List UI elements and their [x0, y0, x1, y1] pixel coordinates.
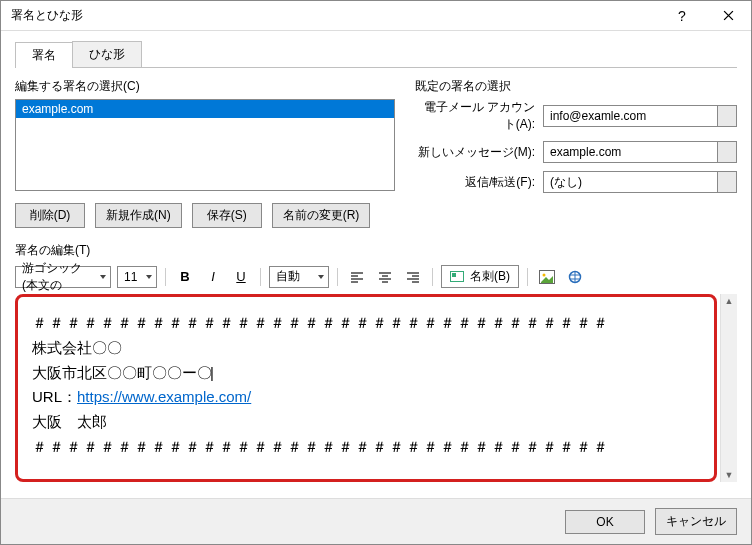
dialog-body: 署名 ひな形 編集する署名の選択(C) example.com 削除(D) 新規…	[1, 31, 751, 498]
address-line: 大阪市北区〇〇町〇〇ー〇	[32, 361, 700, 386]
dialog-footer: OK キャンセル	[1, 498, 751, 544]
underline-button[interactable]: U	[230, 266, 252, 288]
vertical-scrollbar[interactable]: ▲ ▼	[720, 294, 737, 482]
svg-rect-1	[452, 273, 456, 277]
reply-forward-select[interactable]: (なし)	[543, 171, 737, 193]
separator	[165, 268, 166, 286]
hash-line-bottom: ＃＃＃＃＃＃＃＃＃＃＃＃＃＃＃＃＃＃＃＃＃＃＃＃＃＃＃＃＃＃＃＃＃＃	[32, 435, 700, 460]
align-left-icon	[350, 271, 364, 283]
card-icon	[450, 271, 464, 282]
edit-signature-label: 署名の編集(T)	[15, 242, 737, 259]
italic-button[interactable]: I	[202, 266, 224, 288]
save-button[interactable]: 保存(S)	[192, 203, 262, 228]
default-signature-label: 既定の署名の選択	[415, 78, 737, 95]
align-right-button[interactable]	[402, 266, 424, 288]
insert-link-button[interactable]	[564, 266, 586, 288]
company-line: 株式会社〇〇	[32, 336, 700, 361]
close-icon	[723, 10, 734, 21]
font-family-select[interactable]: 游ゴシック (本文の	[15, 266, 111, 288]
align-right-icon	[406, 271, 420, 283]
editor-content[interactable]: ＃＃＃＃＃＃＃＃＃＃＃＃＃＃＃＃＃＃＃＃＃＃＃＃＃＃＃＃＃＃＃＃＃＃ 株式会社〇…	[32, 311, 700, 460]
separator	[432, 268, 433, 286]
select-signature-label: 編集する署名の選択(C)	[15, 78, 395, 95]
signature-list[interactable]: example.com	[15, 99, 395, 191]
help-button[interactable]: ?	[659, 1, 705, 31]
align-left-button[interactable]	[346, 266, 368, 288]
delete-button[interactable]: 削除(D)	[15, 203, 85, 228]
url-line: URL：https://www.example.com/	[32, 385, 700, 410]
tab-signature[interactable]: 署名	[15, 42, 73, 68]
email-account-label: 電子メール アカウント(A):	[415, 99, 535, 133]
titlebar: 署名とひな形 ?	[1, 1, 751, 31]
insert-image-button[interactable]	[536, 266, 558, 288]
font-size-select[interactable]: 11	[117, 266, 157, 288]
email-account-select[interactable]: info@examle.com	[543, 105, 737, 127]
tab-template[interactable]: ひな形	[72, 41, 142, 67]
signature-editor[interactable]: ＃＃＃＃＃＃＃＃＃＃＃＃＃＃＃＃＃＃＃＃＃＃＃＃＃＃＃＃＃＃＃＃＃＃ 株式会社〇…	[15, 294, 717, 482]
separator	[527, 268, 528, 286]
url-link[interactable]: https://www.example.com/	[77, 388, 251, 405]
cancel-button[interactable]: キャンセル	[655, 508, 737, 535]
new-message-label: 新しいメッセージ(M):	[415, 144, 535, 161]
new-message-select[interactable]: example.com	[543, 141, 737, 163]
editor-toolbar: 游ゴシック (本文の 11 B I U 自動	[15, 265, 737, 288]
tab-bar: 署名 ひな形	[15, 41, 737, 68]
window-title: 署名とひな形	[11, 7, 659, 24]
svg-point-3	[543, 273, 546, 276]
hash-line-top: ＃＃＃＃＃＃＃＃＃＃＃＃＃＃＃＃＃＃＃＃＃＃＃＃＃＃＃＃＃＃＃＃＃＃	[32, 311, 700, 336]
font-color-select[interactable]: 自動	[269, 266, 329, 288]
close-button[interactable]	[705, 1, 751, 31]
scroll-down-icon[interactable]: ▼	[721, 468, 737, 482]
business-card-button[interactable]: 名刺(B)	[441, 265, 519, 288]
align-center-button[interactable]	[374, 266, 396, 288]
rename-button[interactable]: 名前の変更(R)	[272, 203, 371, 228]
signature-list-item[interactable]: example.com	[16, 100, 394, 118]
separator	[260, 268, 261, 286]
image-icon	[539, 270, 555, 284]
scroll-up-icon[interactable]: ▲	[721, 294, 737, 308]
separator	[337, 268, 338, 286]
bold-button[interactable]: B	[174, 266, 196, 288]
new-button[interactable]: 新規作成(N)	[95, 203, 182, 228]
name-line: 大阪 太郎	[32, 410, 700, 435]
link-icon	[567, 270, 583, 284]
reply-forward-label: 返信/転送(F):	[415, 174, 535, 191]
ok-button[interactable]: OK	[565, 510, 645, 534]
align-center-icon	[378, 271, 392, 283]
dialog-window: 署名とひな形 ? 署名 ひな形 編集する署名の選択(C) example.com…	[0, 0, 752, 545]
